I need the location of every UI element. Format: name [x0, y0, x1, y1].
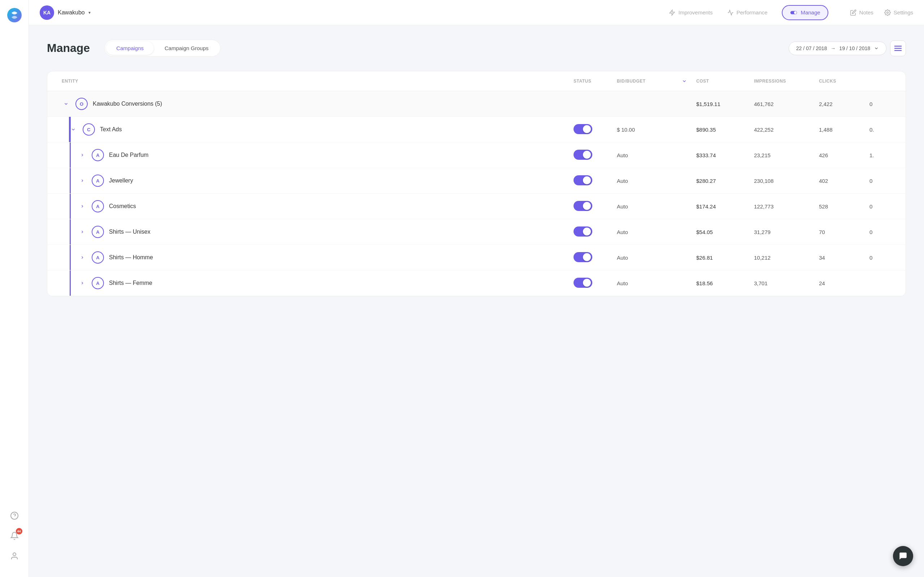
entity-icon: A	[92, 174, 104, 187]
campaigns-tab[interactable]: Campaigns	[106, 42, 154, 55]
entity-icon: A	[92, 251, 104, 264]
status-toggle[interactable]	[573, 175, 592, 185]
data-table: ENTITY STATUS BID/BUDGET COST IMPRESSION…	[47, 71, 906, 297]
manage-toggle-icon	[790, 9, 798, 16]
status-cell[interactable]	[570, 271, 613, 295]
svg-marker-4	[670, 10, 675, 15]
date-chevron-icon	[874, 46, 879, 51]
expand-button[interactable]	[62, 100, 70, 108]
account-chevron-icon: ▾	[89, 10, 90, 15]
topnav: KA Kawakubo ▾ Improvements Performance	[29, 0, 924, 25]
sort-icon[interactable]	[678, 71, 693, 91]
bid-budget-cell: Auto	[613, 197, 678, 216]
impressions-col-header[interactable]: IMPRESSIONS	[750, 71, 815, 91]
extra-cell: 0	[866, 222, 895, 242]
campaign-groups-tab[interactable]: Campaign Groups	[155, 42, 219, 55]
table-row: A Eau De Parfum Auto $333.74 23,215 426 …	[47, 142, 906, 168]
expand-button[interactable]	[78, 202, 87, 211]
page-content: Manage Campaigns Campaign Groups 22 / 07…	[29, 25, 924, 577]
entity-cell: A Shirts — Homme	[58, 245, 570, 270]
status-cell[interactable]	[570, 118, 613, 142]
extra-cell: 0.	[866, 120, 895, 139]
entity-col-header: ENTITY	[58, 71, 570, 91]
svg-point-0	[7, 8, 22, 23]
entity-name: Text Ads	[100, 126, 122, 133]
extra-cell: 0	[866, 248, 895, 267]
account-name: Kawakubo	[58, 10, 85, 16]
sidebar: 44	[0, 0, 29, 577]
entity-cell: A Eau De Parfum	[58, 142, 570, 168]
entity-icon: O	[76, 98, 88, 110]
clicks-cell: 528	[815, 197, 866, 216]
performance-nav[interactable]: Performance	[727, 10, 768, 16]
improvements-icon	[669, 10, 675, 16]
status-cell[interactable]	[570, 220, 613, 244]
status-toggle[interactable]	[573, 124, 592, 134]
status-cell[interactable]	[570, 194, 613, 219]
date-arrow: →	[830, 45, 835, 51]
settings-label: Settings	[894, 10, 913, 16]
clicks-cell: 24	[815, 274, 866, 293]
date-start: 22 / 07 / 2018	[796, 45, 827, 51]
entity-name: Shirts — Homme	[109, 254, 153, 261]
extra-cell	[866, 277, 895, 290]
impressions-cell: 422,252	[750, 120, 815, 139]
cost-cell: $280.27	[693, 171, 750, 190]
entity-cell: A Jewellery	[58, 168, 570, 193]
bid-budget-col-header[interactable]: BID/BUDGET	[613, 71, 678, 91]
status-toggle[interactable]	[573, 226, 592, 237]
impressions-cell: 122,773	[750, 197, 815, 216]
notifications-icon[interactable]: 44	[8, 529, 21, 542]
expand-button[interactable]	[78, 151, 87, 160]
clicks-col-header[interactable]: CLICKS	[815, 71, 866, 91]
expand-button[interactable]	[78, 279, 87, 287]
bid-budget-cell: Auto	[613, 248, 678, 267]
clicks-cell: 402	[815, 171, 866, 190]
profile-icon[interactable]	[8, 550, 21, 562]
expand-button[interactable]	[78, 176, 87, 185]
date-range-button[interactable]: 22 / 07 / 2018 → 19 / 10 / 2018	[789, 42, 887, 55]
page-title: Manage	[47, 42, 90, 55]
chat-button[interactable]	[893, 546, 913, 566]
manage-nav[interactable]: Manage	[782, 5, 828, 20]
improvements-nav[interactable]: Improvements	[669, 10, 712, 16]
bid-budget-cell: $ 10.00	[613, 120, 678, 139]
settings-nav[interactable]: Settings	[884, 10, 913, 16]
entity-icon: A	[92, 149, 104, 161]
entity-name: Jewellery	[109, 177, 133, 184]
svg-point-6	[794, 11, 796, 14]
status-toggle[interactable]	[573, 201, 592, 211]
performance-icon	[727, 10, 734, 16]
account-selector[interactable]: KA Kawakubo ▾	[40, 5, 90, 20]
cost-cell: $890.35	[693, 120, 750, 139]
cost-col-header[interactable]: COST	[693, 71, 750, 91]
expand-button[interactable]	[78, 253, 87, 262]
entity-cell: A Shirts — Unisex	[58, 219, 570, 245]
status-toggle[interactable]	[573, 278, 592, 288]
entity-name: Shirts — Femme	[109, 280, 152, 286]
table-row: C Text Ads $ 10.00 $890.35 422,252 1,488…	[47, 117, 906, 142]
status-toggle[interactable]	[573, 150, 592, 160]
clicks-cell: 70	[815, 222, 866, 242]
app-logo[interactable]	[6, 7, 23, 23]
entity-cell: O Kawakubo Conversions (5)	[58, 91, 570, 116]
bid-budget-cell: Auto	[613, 222, 678, 242]
help-icon[interactable]	[8, 509, 21, 522]
status-cell[interactable]	[570, 169, 613, 193]
entity-name: Eau De Parfum	[109, 152, 149, 158]
manage-label: Manage	[801, 10, 820, 16]
status-toggle[interactable]	[573, 252, 592, 262]
settings-icon	[884, 10, 891, 16]
notes-nav[interactable]: Notes	[850, 10, 874, 16]
chat-icon	[898, 551, 908, 561]
status-cell[interactable]	[570, 246, 613, 270]
expand-button[interactable]	[78, 227, 87, 236]
menu-button[interactable]	[890, 40, 906, 56]
status-cell[interactable]	[570, 143, 613, 167]
clicks-cell: 34	[815, 248, 866, 267]
performance-label: Performance	[737, 10, 768, 16]
entity-icon: A	[92, 226, 104, 238]
impressions-cell: 230,108	[750, 171, 815, 190]
clicks-cell: 1,488	[815, 120, 866, 139]
table-row: A Shirts — Homme Auto $26.81 10,212 34 0	[47, 245, 906, 271]
